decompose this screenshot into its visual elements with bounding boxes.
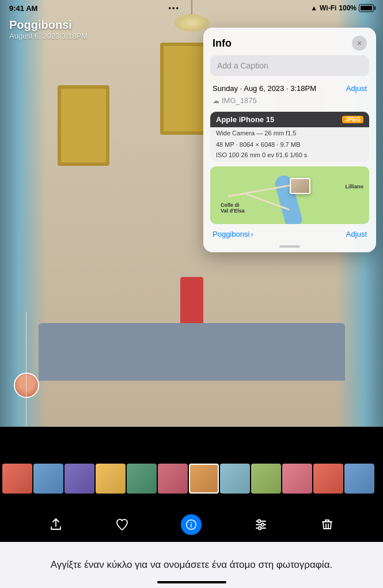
film-thumb-8[interactable] bbox=[220, 464, 250, 494]
status-dots: ••• bbox=[168, 4, 180, 13]
info-date-adjust-button[interactable]: Adjust bbox=[346, 84, 367, 93]
mirror-left bbox=[58, 85, 109, 166]
info-panel: Info × Add a Caption Sunday · Aug 6, 202… bbox=[203, 28, 376, 252]
camera-spec1: Wide Camera — 26 mm f1.5 bbox=[210, 127, 369, 139]
photo-container: Poggibonsi August 6, 2023 3:18PM Info × … bbox=[0, 0, 383, 427]
svg-point-2 bbox=[191, 522, 192, 523]
camera-model-text: Apple iPhone 15 bbox=[216, 115, 274, 124]
map-background: Colle diVal d'Elsa Lilliano bbox=[210, 166, 369, 224]
camera-model-row: Apple iPhone 15 JPEG bbox=[210, 112, 369, 127]
home-indicator bbox=[157, 581, 226, 583]
camera-info-block: Apple iPhone 15 JPEG Wide Camera — 26 mm… bbox=[210, 112, 369, 162]
film-thumb-6[interactable] bbox=[158, 464, 188, 494]
status-right-group: ▲ Wi-Fi 100% bbox=[310, 4, 374, 12]
map-location-button[interactable]: Poggibonsi › bbox=[213, 230, 253, 238]
map-photo-thumb bbox=[290, 178, 310, 194]
svg-point-8 bbox=[259, 527, 261, 530]
chandelier-body bbox=[175, 14, 209, 32]
info-date-row: Sunday · Aug 6, 2023 · 3:18PM Adjust bbox=[203, 82, 376, 95]
map-container[interactable]: Colle diVal d'Elsa Lilliano bbox=[210, 166, 369, 224]
share-icon bbox=[49, 518, 63, 532]
svg-point-7 bbox=[261, 523, 264, 526]
heart-button[interactable] bbox=[115, 518, 129, 532]
film-thumb-5[interactable] bbox=[127, 464, 157, 494]
film-thumb-11[interactable] bbox=[313, 464, 343, 494]
signal-icon: ▲ bbox=[310, 4, 317, 12]
info-close-button[interactable]: × bbox=[352, 36, 367, 51]
status-time: 9:41 AM bbox=[9, 4, 37, 13]
film-thumb-10[interactable] bbox=[282, 464, 312, 494]
film-thumb-7[interactable] bbox=[189, 464, 219, 494]
share-button[interactable] bbox=[49, 518, 63, 532]
info-date-text: Sunday · Aug 6, 2023 · 3:18PM bbox=[213, 84, 316, 93]
caption-text: Αγγίξτε έναν κύκλο για να ονομάσετε ένα … bbox=[51, 558, 332, 572]
trash-icon bbox=[320, 518, 334, 532]
info-icon bbox=[185, 519, 197, 530]
person-circle[interactable] bbox=[14, 373, 39, 398]
map-footer: Poggibonsi › Adjust bbox=[203, 226, 376, 245]
battery-percentage: 100% bbox=[339, 4, 357, 12]
map-label-colledi: Colle diVal d'Elsa bbox=[221, 202, 245, 214]
info-header: Info × bbox=[203, 28, 376, 55]
photo-title-name: Poggibonsi bbox=[9, 18, 88, 32]
person-in-photo bbox=[180, 277, 203, 323]
film-thumb-3[interactable] bbox=[65, 464, 94, 494]
info-filename: IMG_1875 bbox=[222, 96, 257, 105]
chevron-right-icon: › bbox=[251, 230, 253, 238]
filmstrip bbox=[0, 464, 377, 494]
camera-spec2: 48 MP · 8064 × 6048 · 9.7 MB bbox=[210, 139, 369, 150]
person-line bbox=[26, 312, 26, 427]
person-face bbox=[15, 374, 38, 397]
adjust-button[interactable] bbox=[254, 518, 268, 532]
svg-point-6 bbox=[258, 520, 261, 523]
status-bar: 9:41 AM ••• ▲ Wi-Fi 100% bbox=[0, 0, 383, 16]
film-thumb-4[interactable] bbox=[96, 464, 126, 494]
battery-icon bbox=[359, 4, 374, 12]
heart-icon bbox=[115, 518, 129, 532]
sliders-icon bbox=[254, 518, 268, 532]
info-title: Info bbox=[213, 37, 232, 50]
format-badge: JPEG bbox=[342, 116, 363, 123]
photo-title-date: August 6, 2023 3:18PM bbox=[9, 32, 88, 40]
film-thumb-2[interactable] bbox=[33, 464, 63, 494]
film-thumb-12[interactable] bbox=[344, 464, 374, 494]
info-filename-row: ☁ IMG_1875 bbox=[203, 95, 376, 109]
pull-indicator bbox=[279, 245, 300, 248]
map-adjust-button[interactable]: Adjust bbox=[346, 230, 367, 238]
cloud-icon: ☁ bbox=[213, 97, 219, 105]
camera-spec3: ISO 100 26 mm 0 ev f/1.6 1/60 s bbox=[210, 150, 369, 162]
trash-button[interactable] bbox=[320, 518, 334, 532]
filmstrip-container bbox=[0, 461, 383, 496]
film-thumb-9[interactable] bbox=[251, 464, 281, 494]
photo-title-group: Poggibonsi August 6, 2023 3:18PM bbox=[9, 18, 88, 40]
film-thumb-1[interactable] bbox=[2, 464, 32, 494]
toolbar bbox=[0, 507, 383, 542]
map-label-lilliano: Lilliano bbox=[346, 184, 364, 189]
sofa bbox=[39, 323, 345, 381]
caption-input[interactable]: Add a Caption bbox=[210, 55, 369, 76]
location-text: Poggibonsi bbox=[213, 230, 249, 238]
info-button[interactable] bbox=[181, 514, 202, 535]
wifi-icon: Wi-Fi bbox=[320, 4, 336, 12]
